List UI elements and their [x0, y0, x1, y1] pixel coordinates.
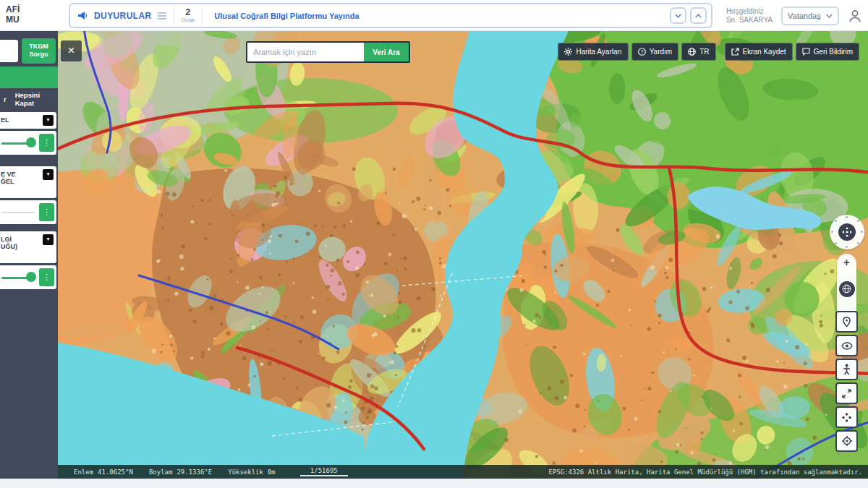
- pan-control-button[interactable]: [838, 223, 856, 241]
- announcements-title: DUYURULAR: [94, 11, 152, 21]
- kebab-menu-button[interactable]: ⋮: [39, 203, 54, 221]
- svg-text:?: ?: [640, 49, 643, 54]
- map-pin-icon: [842, 317, 851, 328]
- sidebar-search-input[interactable]: [0, 40, 18, 62]
- globe-icon: [688, 48, 696, 56]
- search-input[interactable]: [247, 43, 364, 61]
- role-dropdown-value: Vatandaş: [788, 12, 821, 20]
- kebab-menu-button[interactable]: ⋮: [39, 134, 54, 152]
- map-search-bar: Veri Ara: [246, 41, 410, 63]
- compass-control[interactable]: [830, 215, 864, 249]
- map-attribution: EPSG:4326 Altlık Harita, Harita Genel Mü…: [549, 468, 862, 476]
- fullscreen-button[interactable]: [835, 382, 858, 404]
- layer-options-button[interactable]: ▾: [43, 115, 54, 126]
- layer-opacity-row: ⋮: [0, 200, 56, 224]
- announcement-prev-button[interactable]: [670, 7, 686, 24]
- layer-options-button[interactable]: ▾: [43, 234, 54, 245]
- map-scale: 1/51695: [300, 467, 348, 476]
- language-button[interactable]: TR: [681, 43, 715, 61]
- gear-icon: [564, 48, 572, 56]
- layer-opacity-row: ⋮: [0, 131, 56, 155]
- map-canvas[interactable]: [58, 31, 868, 479]
- layer-options-button[interactable]: ▾: [43, 169, 54, 180]
- layer-card: EL ▾ ⋮: [0, 112, 56, 155]
- comment-icon: [802, 48, 810, 56]
- altitude-label: Yükseklik: [228, 468, 263, 476]
- longitude-label: Boylam: [149, 468, 173, 476]
- kebab-menu-button[interactable]: ⋮: [39, 268, 54, 286]
- longitude-value: 29.1336°E: [176, 468, 212, 476]
- export-icon: [731, 48, 739, 56]
- crosshair-target-icon: [842, 436, 852, 446]
- layer-card: LGİ UĞU) ▾ ⋮: [0, 231, 56, 289]
- map-status-bar: Enlem 41.0625°N Boylam 29.1336°E Yüksekl…: [58, 465, 868, 479]
- opacity-slider-knob[interactable]: [26, 137, 36, 147]
- help-button[interactable]: ? Yardım: [631, 43, 679, 61]
- map-settings-button[interactable]: Harita Ayarları: [558, 43, 628, 61]
- four-dots-icon: [842, 413, 851, 422]
- search-button[interactable]: Veri Ara: [364, 43, 409, 61]
- pan-arrows-icon: [842, 227, 852, 237]
- close-all-link[interactable]: Hepsini Kapat: [15, 91, 58, 107]
- opacity-slider-knob[interactable]: [26, 272, 36, 282]
- app-logo: AFİ MU: [6, 4, 20, 25]
- user-profile-icon[interactable]: [848, 9, 862, 23]
- divider: [202, 7, 203, 25]
- divider: [174, 7, 174, 25]
- feedback-button[interactable]: Geri Bildirim: [796, 43, 859, 61]
- latitude-value: 41.0625°N: [98, 468, 133, 476]
- layer-card: E VE ĞEL ▾ ⋮: [0, 166, 56, 224]
- app-window: AFİ MU DUYURULAR 2 Ocak Ulusal Coğrafi B…: [0, 0, 868, 488]
- chevron-down-icon: [826, 14, 833, 18]
- announcements-bar[interactable]: DUYURULAR 2 Ocak Ulusal Coğrafi Bilgi Pl…: [69, 3, 712, 28]
- bottom-strip: [0, 479, 868, 488]
- opacity-slider-track[interactable]: [1, 212, 35, 213]
- question-icon: ?: [638, 48, 646, 56]
- street-view-button[interactable]: [835, 359, 858, 380]
- megaphone-icon: [77, 11, 88, 20]
- screen-capture-button[interactable]: Ekran Kaydet: [725, 43, 793, 61]
- sidebar-section-bar[interactable]: [0, 67, 58, 88]
- expand-arrows-icon: [842, 389, 851, 398]
- eye-icon: [841, 342, 853, 350]
- announcement-message[interactable]: Ulusal Coğrafi Bilgi Platformu Yayında: [214, 12, 359, 20]
- role-dropdown[interactable]: Vatandaş: [781, 7, 839, 25]
- layer-opacity-row: ⋮: [0, 265, 56, 289]
- layer-title: E VE ĞEL: [1, 169, 16, 185]
- latitude-label: Enlem: [74, 468, 93, 476]
- list-icon[interactable]: [158, 12, 166, 20]
- sidebar-close-button[interactable]: ×: [61, 40, 82, 61]
- location-pin-button[interactable]: [835, 311, 858, 333]
- zoom-in-button[interactable]: +: [843, 257, 850, 267]
- layer-title: LGİ UĞU): [1, 234, 17, 250]
- welcome-text: Hoşgeldiniz Sn. SAKARYA: [726, 7, 773, 25]
- pegman-icon: [843, 364, 851, 375]
- altitude-value: 0m: [268, 468, 276, 476]
- announcement-date: 2 Ocak: [182, 8, 195, 24]
- measure-tools-button[interactable]: [835, 406, 858, 428]
- globe-view-button[interactable]: [839, 281, 855, 297]
- announcement-next-button[interactable]: [690, 7, 707, 24]
- globe-icon: [842, 284, 851, 294]
- layers-sidebar: TKGM Sorgu r Hepsini Kapat EL ▾ ⋮ E VE: [0, 31, 58, 479]
- my-location-button[interactable]: [835, 430, 858, 452]
- tkgm-query-button[interactable]: TKGM Sorgu: [22, 38, 56, 64]
- visibility-button[interactable]: [835, 335, 858, 356]
- top-header: AFİ MU DUYURULAR 2 Ocak Ulusal Coğrafi B…: [0, 0, 868, 31]
- layer-title: EL: [1, 115, 9, 124]
- open-all-link-fragment[interactable]: r: [4, 95, 7, 103]
